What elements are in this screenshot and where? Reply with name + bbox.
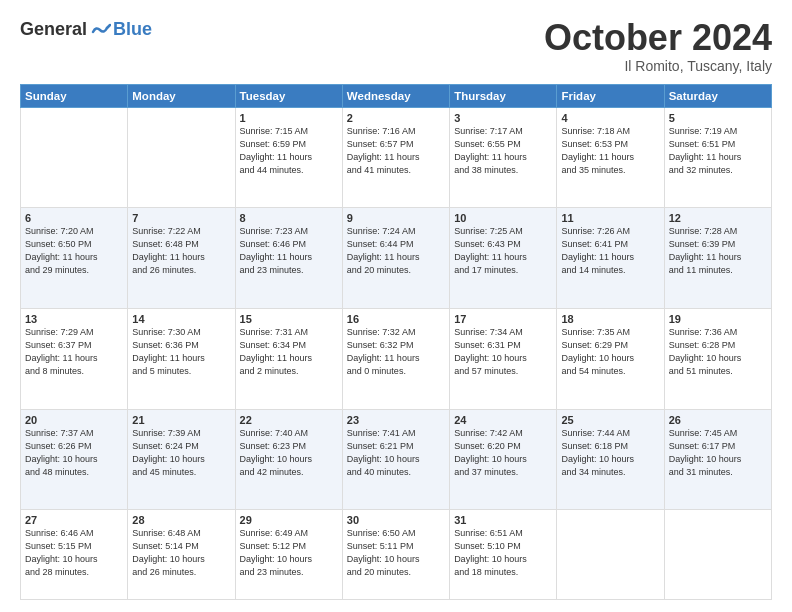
logo: General Blue <box>20 18 152 40</box>
calendar-week-row: 13Sunrise: 7:29 AMSunset: 6:37 PMDayligh… <box>21 308 772 409</box>
calendar-cell: 10Sunrise: 7:25 AMSunset: 6:43 PMDayligh… <box>450 208 557 309</box>
day-info: Sunrise: 7:32 AMSunset: 6:32 PMDaylight:… <box>347 326 445 378</box>
calendar-cell: 25Sunrise: 7:44 AMSunset: 6:18 PMDayligh… <box>557 409 664 510</box>
day-info: Sunrise: 7:40 AMSunset: 6:23 PMDaylight:… <box>240 427 338 479</box>
day-info: Sunrise: 7:24 AMSunset: 6:44 PMDaylight:… <box>347 225 445 277</box>
day-info: Sunrise: 7:39 AMSunset: 6:24 PMDaylight:… <box>132 427 230 479</box>
day-info: Sunrise: 6:51 AMSunset: 5:10 PMDaylight:… <box>454 527 552 579</box>
day-number: 31 <box>454 514 552 526</box>
weekday-friday: Friday <box>557 84 664 107</box>
day-number: 9 <box>347 212 445 224</box>
location: Il Romito, Tuscany, Italy <box>544 58 772 74</box>
calendar-cell <box>128 107 235 208</box>
calendar-cell: 30Sunrise: 6:50 AMSunset: 5:11 PMDayligh… <box>342 510 449 600</box>
calendar-cell: 7Sunrise: 7:22 AMSunset: 6:48 PMDaylight… <box>128 208 235 309</box>
calendar-cell: 19Sunrise: 7:36 AMSunset: 6:28 PMDayligh… <box>664 308 771 409</box>
day-number: 28 <box>132 514 230 526</box>
weekday-sunday: Sunday <box>21 84 128 107</box>
calendar-cell: 24Sunrise: 7:42 AMSunset: 6:20 PMDayligh… <box>450 409 557 510</box>
weekday-wednesday: Wednesday <box>342 84 449 107</box>
day-number: 17 <box>454 313 552 325</box>
day-number: 11 <box>561 212 659 224</box>
day-number: 29 <box>240 514 338 526</box>
calendar-cell: 23Sunrise: 7:41 AMSunset: 6:21 PMDayligh… <box>342 409 449 510</box>
day-info: Sunrise: 7:37 AMSunset: 6:26 PMDaylight:… <box>25 427 123 479</box>
calendar-cell: 2Sunrise: 7:16 AMSunset: 6:57 PMDaylight… <box>342 107 449 208</box>
day-number: 3 <box>454 112 552 124</box>
day-number: 21 <box>132 414 230 426</box>
weekday-thursday: Thursday <box>450 84 557 107</box>
day-number: 24 <box>454 414 552 426</box>
day-number: 15 <box>240 313 338 325</box>
page: General Blue October 2024 Il Romito, Tus… <box>0 0 792 612</box>
day-info: Sunrise: 7:23 AMSunset: 6:46 PMDaylight:… <box>240 225 338 277</box>
calendar-cell: 21Sunrise: 7:39 AMSunset: 6:24 PMDayligh… <box>128 409 235 510</box>
day-number: 26 <box>669 414 767 426</box>
day-info: Sunrise: 7:20 AMSunset: 6:50 PMDaylight:… <box>25 225 123 277</box>
calendar-cell: 6Sunrise: 7:20 AMSunset: 6:50 PMDaylight… <box>21 208 128 309</box>
calendar-cell: 18Sunrise: 7:35 AMSunset: 6:29 PMDayligh… <box>557 308 664 409</box>
logo-text: General Blue <box>20 18 152 40</box>
day-number: 8 <box>240 212 338 224</box>
day-number: 16 <box>347 313 445 325</box>
calendar-week-row: 6Sunrise: 7:20 AMSunset: 6:50 PMDaylight… <box>21 208 772 309</box>
calendar-cell: 22Sunrise: 7:40 AMSunset: 6:23 PMDayligh… <box>235 409 342 510</box>
calendar-week-row: 20Sunrise: 7:37 AMSunset: 6:26 PMDayligh… <box>21 409 772 510</box>
calendar-cell: 16Sunrise: 7:32 AMSunset: 6:32 PMDayligh… <box>342 308 449 409</box>
title-block: October 2024 Il Romito, Tuscany, Italy <box>544 18 772 74</box>
day-info: Sunrise: 7:26 AMSunset: 6:41 PMDaylight:… <box>561 225 659 277</box>
calendar-cell: 5Sunrise: 7:19 AMSunset: 6:51 PMDaylight… <box>664 107 771 208</box>
day-number: 27 <box>25 514 123 526</box>
calendar-cell: 20Sunrise: 7:37 AMSunset: 6:26 PMDayligh… <box>21 409 128 510</box>
day-number: 10 <box>454 212 552 224</box>
logo-general: General <box>20 19 87 40</box>
calendar-table: SundayMondayTuesdayWednesdayThursdayFrid… <box>20 84 772 600</box>
calendar-cell: 29Sunrise: 6:49 AMSunset: 5:12 PMDayligh… <box>235 510 342 600</box>
weekday-tuesday: Tuesday <box>235 84 342 107</box>
day-info: Sunrise: 7:25 AMSunset: 6:43 PMDaylight:… <box>454 225 552 277</box>
day-number: 5 <box>669 112 767 124</box>
calendar-cell: 31Sunrise: 6:51 AMSunset: 5:10 PMDayligh… <box>450 510 557 600</box>
weekday-header-row: SundayMondayTuesdayWednesdayThursdayFrid… <box>21 84 772 107</box>
calendar-cell: 8Sunrise: 7:23 AMSunset: 6:46 PMDaylight… <box>235 208 342 309</box>
day-number: 2 <box>347 112 445 124</box>
day-info: Sunrise: 7:31 AMSunset: 6:34 PMDaylight:… <box>240 326 338 378</box>
logo-wave-icon <box>89 18 111 40</box>
calendar-cell <box>664 510 771 600</box>
calendar-cell <box>557 510 664 600</box>
day-number: 20 <box>25 414 123 426</box>
calendar-cell: 9Sunrise: 7:24 AMSunset: 6:44 PMDaylight… <box>342 208 449 309</box>
day-info: Sunrise: 7:42 AMSunset: 6:20 PMDaylight:… <box>454 427 552 479</box>
calendar-cell: 28Sunrise: 6:48 AMSunset: 5:14 PMDayligh… <box>128 510 235 600</box>
day-number: 6 <box>25 212 123 224</box>
day-info: Sunrise: 7:44 AMSunset: 6:18 PMDaylight:… <box>561 427 659 479</box>
calendar-cell: 17Sunrise: 7:34 AMSunset: 6:31 PMDayligh… <box>450 308 557 409</box>
day-number: 7 <box>132 212 230 224</box>
day-number: 4 <box>561 112 659 124</box>
calendar-week-row: 1Sunrise: 7:15 AMSunset: 6:59 PMDaylight… <box>21 107 772 208</box>
day-info: Sunrise: 6:46 AMSunset: 5:15 PMDaylight:… <box>25 527 123 579</box>
calendar-cell: 13Sunrise: 7:29 AMSunset: 6:37 PMDayligh… <box>21 308 128 409</box>
day-info: Sunrise: 7:15 AMSunset: 6:59 PMDaylight:… <box>240 125 338 177</box>
day-info: Sunrise: 7:34 AMSunset: 6:31 PMDaylight:… <box>454 326 552 378</box>
day-number: 14 <box>132 313 230 325</box>
day-info: Sunrise: 7:28 AMSunset: 6:39 PMDaylight:… <box>669 225 767 277</box>
weekday-monday: Monday <box>128 84 235 107</box>
calendar-cell: 4Sunrise: 7:18 AMSunset: 6:53 PMDaylight… <box>557 107 664 208</box>
day-number: 22 <box>240 414 338 426</box>
calendar-cell <box>21 107 128 208</box>
day-number: 1 <box>240 112 338 124</box>
calendar-cell: 15Sunrise: 7:31 AMSunset: 6:34 PMDayligh… <box>235 308 342 409</box>
day-number: 18 <box>561 313 659 325</box>
header: General Blue October 2024 Il Romito, Tus… <box>20 18 772 74</box>
day-info: Sunrise: 6:49 AMSunset: 5:12 PMDaylight:… <box>240 527 338 579</box>
day-info: Sunrise: 7:36 AMSunset: 6:28 PMDaylight:… <box>669 326 767 378</box>
calendar-week-row: 27Sunrise: 6:46 AMSunset: 5:15 PMDayligh… <box>21 510 772 600</box>
day-info: Sunrise: 7:45 AMSunset: 6:17 PMDaylight:… <box>669 427 767 479</box>
month-title: October 2024 <box>544 18 772 58</box>
day-number: 12 <box>669 212 767 224</box>
weekday-saturday: Saturday <box>664 84 771 107</box>
day-number: 23 <box>347 414 445 426</box>
calendar-cell: 3Sunrise: 7:17 AMSunset: 6:55 PMDaylight… <box>450 107 557 208</box>
day-number: 19 <box>669 313 767 325</box>
